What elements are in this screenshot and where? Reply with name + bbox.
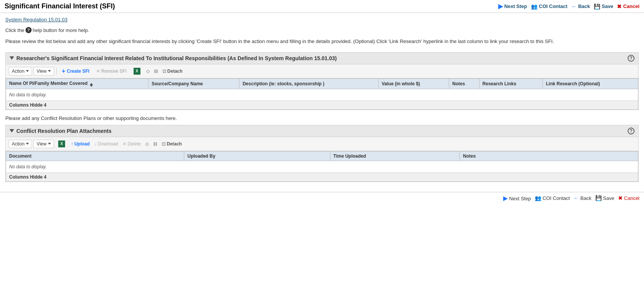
filter-icon-conflict: ⊟: [153, 141, 157, 147]
cancel-x-icon-bottom: ✖: [618, 195, 623, 201]
detach-button-conflict[interactable]: ⊡ Detach: [160, 141, 183, 147]
action-chevron-sfi: [26, 70, 29, 72]
cancel-button-bottom[interactable]: ✖ Cancel: [618, 195, 639, 201]
collapse-triangle-conflict[interactable]: [10, 129, 14, 133]
sfi-no-data-row: No data to display.: [6, 89, 638, 101]
conflict-hidden-cols-cell: Columns Hidde 4: [6, 172, 638, 181]
col-uploaded-by: Uploaded By: [184, 151, 330, 161]
bottom-bar: ▶ Next Step 👥 COI Contact ← Back 💾 Save …: [0, 192, 644, 204]
back-button-top[interactable]: ← Back: [571, 3, 590, 10]
conflict-hidden-cols-row: Columns Hidde 4: [6, 172, 638, 181]
sfi-table: Name Of PI/Family Member Covered Source/…: [6, 78, 638, 110]
conflict-intro-text: Please add any Conflict Resolution Plans…: [5, 115, 639, 121]
help-text: Click the ? help button for more help.: [5, 27, 639, 33]
coi-contact-button-top[interactable]: 👥 COI Contact: [531, 3, 567, 10]
people-icon-top: 👥: [531, 3, 537, 10]
col-notes-conflict: Notes: [460, 151, 638, 161]
save-disk-icon-bottom: 💾: [595, 195, 602, 201]
col-value: Value (in whole $): [378, 78, 449, 89]
col-source-company: Source/Company Name: [148, 78, 239, 89]
back-arrow-icon-top: ←: [571, 3, 577, 10]
save-button-bottom[interactable]: 💾 Save: [595, 195, 614, 201]
col-time-uploaded: Time Uploaded: [330, 151, 460, 161]
back-button-bottom[interactable]: ← Back: [574, 195, 591, 201]
view-dropdown-sfi[interactable]: View: [33, 67, 54, 75]
x-icon-remove-sfi: ✕: [96, 69, 100, 74]
col-notes: Notes: [449, 78, 479, 89]
back-arrow-icon-bottom: ←: [574, 195, 579, 201]
next-step-button-bottom[interactable]: ▶ Next Step: [503, 195, 531, 202]
instruction-text: Please review the list below and add any…: [5, 38, 639, 45]
sfi-section-header: Researcher's Significant Financial Inter…: [6, 53, 638, 64]
next-step-button-top[interactable]: ▶ Next Step: [498, 3, 527, 10]
conflict-toolbar: Action View X ↑ Upload ↓ Download ✕ Dele…: [6, 137, 638, 151]
save-disk-icon-top: 💾: [594, 3, 600, 10]
upload-arrow-icon: ↑: [71, 141, 73, 147]
filter-icon-sfi: ⊟: [154, 69, 158, 74]
play-icon: ▶: [498, 3, 503, 10]
detach-button-sfi[interactable]: ⊡ Detach: [161, 68, 184, 75]
col-research-links: Research Links: [479, 78, 543, 89]
sort-arrows-name[interactable]: [90, 83, 93, 87]
create-sfi-button[interactable]: + Create SFI: [59, 67, 92, 76]
collapse-triangle-sfi[interactable]: [10, 56, 14, 60]
sfi-hidden-cols-row: Columns Hidde 4: [6, 101, 638, 109]
save-button-top[interactable]: 💾 Save: [594, 3, 613, 10]
remove-sfi-button[interactable]: ✕ Remove SFI: [94, 67, 129, 75]
excel-button-conflict[interactable]: X: [56, 139, 68, 149]
conflict-no-data-cell: No data to display.: [6, 161, 638, 172]
diamond-icon-sfi: ◇: [146, 69, 150, 74]
excel-icon-sfi: X: [134, 68, 140, 75]
filter-button-sfi[interactable]: ⊟: [153, 68, 159, 75]
view-chevron-sfi: [48, 70, 51, 72]
help-circle-conflict[interactable]: ?: [628, 128, 634, 134]
sfi-hidden-cols-cell: Columns Hidde 4: [6, 101, 638, 109]
coi-contact-button-bottom[interactable]: 👥 COI Contact: [535, 195, 570, 201]
cancel-x-icon-top: ✖: [617, 3, 622, 10]
excel-icon-conflict: X: [58, 141, 65, 147]
conflict-table-header-row: Document Uploaded By Time Uploaded Notes: [6, 151, 638, 161]
help-icon[interactable]: ?: [26, 27, 32, 33]
col-name-pi: Name Of PI/Family Member Covered: [6, 78, 148, 89]
col-description: Description (ie: stocks, sponsorship ): [239, 78, 378, 89]
regulation-link[interactable]: System Regulation 15.01.03: [5, 17, 67, 22]
page-title: Significant Financial Interest (SFI): [5, 2, 115, 10]
sfi-table-header-row: Name Of PI/Family Member Covered Source/…: [6, 78, 638, 89]
detach-icon-sfi: ⊡: [163, 69, 166, 74]
download-button[interactable]: ↓ Download: [93, 141, 120, 147]
action-chevron-conflict: [26, 143, 29, 145]
help-circle-sfi[interactable]: ?: [628, 55, 634, 62]
plus-icon-sfi: +: [62, 68, 65, 75]
people-icon-bottom: 👥: [535, 195, 541, 201]
sfi-toolbar: Action View + Create SFI ✕ Remove SFI X …: [6, 64, 638, 78]
conflict-section-header: Conflict Resolution Plan Attachments ?: [6, 125, 638, 137]
top-actions: ▶ Next Step 👥 COI Contact ← Back 💾 Save …: [498, 3, 639, 10]
filter-button-conflict[interactable]: ⊟: [152, 141, 159, 147]
delete-x-icon: ✕: [123, 141, 126, 147]
sfi-section: Researcher's Significant Financial Inter…: [5, 52, 639, 110]
sfi-section-title: Researcher's Significant Financial Inter…: [10, 55, 337, 61]
action-dropdown-sfi[interactable]: Action: [9, 67, 32, 75]
content-area: System Regulation 15.01.03 Click the ? h…: [0, 13, 644, 186]
cancel-button-top[interactable]: ✖ Cancel: [617, 3, 639, 10]
diamond-icon-conflict: ◇: [145, 141, 149, 147]
top-bar: Significant Financial Interest (SFI) ▶ N…: [0, 0, 644, 13]
upload-button[interactable]: ↑ Upload: [69, 141, 91, 147]
diamond-button-conflict[interactable]: ◇: [144, 141, 150, 147]
excel-button-sfi[interactable]: X: [131, 67, 143, 76]
separator-1-sfi: [56, 68, 57, 75]
col-link-research: Link Research (Optional): [543, 78, 638, 89]
play-icon-bottom: ▶: [503, 195, 508, 201]
conflict-section-title: Conflict Resolution Plan Attachments: [10, 128, 112, 134]
sfi-no-data-cell: No data to display.: [6, 89, 638, 101]
conflict-no-data-row: No data to display.: [6, 161, 638, 172]
action-dropdown-conflict[interactable]: Action: [9, 140, 32, 148]
view-dropdown-conflict[interactable]: View: [33, 140, 54, 148]
download-arrow-icon: ↓: [94, 141, 97, 147]
diamond-button-sfi[interactable]: ◇: [145, 68, 151, 75]
view-chevron-conflict: [48, 143, 51, 145]
col-document: Document: [6, 151, 184, 161]
conflict-table: Document Uploaded By Time Uploaded Notes…: [6, 151, 638, 182]
sort-down-icon: [90, 85, 93, 87]
delete-button[interactable]: ✕ Delete: [121, 141, 142, 147]
